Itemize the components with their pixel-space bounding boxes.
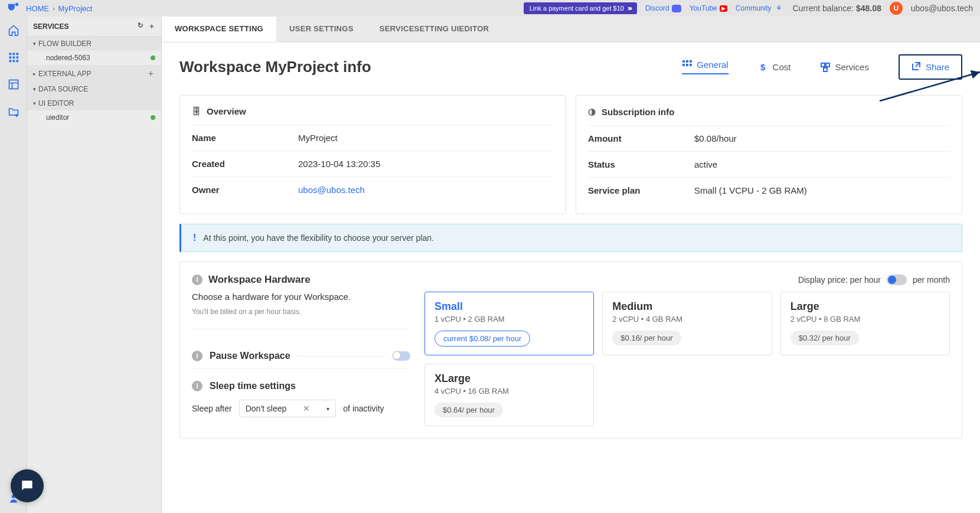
status-dot-icon [151, 115, 155, 120]
user-avatar[interactable]: U [890, 2, 903, 15]
info-icon: ! [193, 233, 196, 243]
group-external-app[interactable]: ▸EXTERNAL APP＋ [27, 65, 161, 82]
promo-badge[interactable]: Link a payment card and get $10 ››› [524, 2, 637, 14]
share-button[interactable]: Share [899, 54, 962, 80]
sidebar-title: SERVICES [33, 22, 68, 31]
status-dot-icon [151, 55, 155, 60]
folder-add-icon[interactable] [7, 105, 20, 118]
tab-workspace-setting[interactable]: WORKSPACE SETTING [162, 17, 276, 42]
info-banner: ! At this point, you have the flexibilit… [179, 224, 962, 252]
svg-point-0 [15, 3, 19, 6]
group-ui-editor[interactable]: ▾UI EDITOR [27, 96, 161, 110]
service-nodered[interactable]: nodered-5063 [27, 51, 161, 65]
hardware-desc: Choose a hardware for your Workspace. [192, 292, 410, 302]
overview-panel: 🗄Overview NameMyProject Created2023-10-0… [179, 95, 566, 214]
chevron-down-icon: ▾ [33, 41, 36, 47]
chevron-down-icon: ▾ [33, 86, 36, 92]
svg-rect-16 [686, 64, 688, 66]
apps-icon[interactable] [7, 51, 20, 64]
logo-icon [7, 2, 20, 15]
svg-rect-8 [12, 60, 15, 63]
plan-xlarge[interactable]: XLarge 4 vCPU • 16 GB RAM $0.64/ per hou… [424, 364, 594, 426]
action-services[interactable]: Services [820, 62, 869, 72]
breadcrumb-project[interactable]: MyProject [58, 4, 93, 13]
refresh-icon[interactable]: ↻ [138, 21, 143, 31]
main-content: WORKSPACE SETTING USER SETTINGS SERVICES… [162, 17, 980, 513]
youtube-icon: ▶ [720, 5, 727, 12]
hardware-panel: i Workspace Hardware Display price: per … [179, 262, 962, 439]
svg-rect-17 [690, 64, 692, 66]
community-icon: ⚘ [773, 3, 784, 14]
svg-rect-20 [824, 68, 827, 71]
page-title: Workspace MyProject info [179, 58, 371, 76]
info-circle-icon: i [192, 381, 202, 391]
svg-rect-1 [9, 53, 11, 55]
service-uieditor[interactable]: uieditor [27, 110, 161, 125]
sleep-select[interactable]: Don't sleep ✕ ▾ [239, 400, 337, 417]
svg-rect-4 [9, 57, 11, 59]
svg-rect-13 [686, 60, 688, 63]
svg-rect-5 [12, 57, 15, 59]
svg-rect-10 [9, 80, 18, 89]
archive-icon: 🗄 [192, 106, 201, 116]
sub-amount: $0.08/hour [694, 133, 737, 143]
external-link-icon [912, 61, 921, 73]
info-circle-icon: i [192, 351, 202, 361]
hardware-title: Workspace Hardware [208, 274, 311, 286]
add-icon[interactable]: ＋ [148, 21, 155, 31]
svg-rect-15 [682, 64, 685, 66]
add-external-icon[interactable]: ＋ [146, 68, 155, 79]
sub-plan: Small (1 VCPU - 2 GB RAM) [694, 185, 807, 195]
group-flow-builder[interactable]: ▾FLOW BUILDER [27, 37, 161, 51]
subscription-panel: ◑Subscription info Amount$0.08/hour Stat… [576, 95, 962, 214]
user-email: ubos@ubos.tech [911, 4, 973, 13]
action-cost[interactable]: $ Cost [758, 62, 791, 72]
svg-rect-9 [16, 60, 18, 63]
overview-name: MyProject [298, 133, 338, 143]
clear-icon[interactable]: ✕ [303, 404, 310, 413]
svg-rect-19 [826, 63, 829, 67]
chevron-right-icon: ▸ [33, 71, 36, 77]
svg-rect-12 [682, 60, 685, 63]
tabs: WORKSPACE SETTING USER SETTINGS SERVICES… [162, 17, 980, 43]
svg-rect-14 [690, 60, 692, 63]
tab-user-settings[interactable]: USER SETTINGS [276, 17, 367, 42]
chevron-down-icon: ▾ [33, 100, 36, 106]
plan-small[interactable]: Small 1 vCPU • 2 GB RAM current $0.08/ p… [424, 292, 594, 355]
chevron-down-icon: ▾ [326, 406, 329, 412]
discord-link[interactable]: Discord [645, 4, 681, 12]
chat-widget[interactable] [11, 469, 44, 502]
tab-servicesetting-uieditor[interactable]: SERVICESETTING UIEDITOR [367, 17, 502, 42]
overview-created: 2023-10-04 13:20:35 [298, 159, 380, 169]
balance-label: Current balance: $48.08 [792, 4, 881, 13]
services-icon [820, 62, 830, 72]
discord-icon [672, 5, 681, 12]
price-period-toggle[interactable] [887, 275, 907, 285]
sub-status: active [694, 159, 717, 169]
action-general[interactable]: General [682, 60, 728, 74]
toggle-icon: ◑ [588, 106, 596, 117]
group-data-source[interactable]: ▾DATA SOURCE [27, 82, 161, 96]
plan-medium[interactable]: Medium 2 vCPU • 4 GB RAM $0.16/ per hour [602, 292, 772, 355]
svg-rect-18 [821, 63, 825, 67]
overview-owner[interactable]: ubos@ubos.tech [298, 185, 365, 195]
home-icon[interactable] [7, 24, 20, 37]
svg-rect-7 [9, 60, 11, 63]
topbar: HOME › MyProject Link a payment card and… [0, 0, 980, 17]
svg-rect-3 [16, 53, 18, 55]
layout-icon[interactable] [7, 78, 20, 91]
iconbar [0, 17, 27, 513]
info-circle-icon: i [192, 275, 202, 285]
hardware-subdesc: You'll be billed on a per hour basis. [192, 308, 410, 329]
community-link[interactable]: Community⚘ [736, 3, 785, 14]
grid-icon [682, 60, 692, 70]
breadcrumb-home[interactable]: HOME [26, 4, 49, 13]
svg-rect-6 [16, 57, 18, 59]
plan-large[interactable]: Large 2 vCPU • 8 GB RAM $0.32/ per hour [780, 292, 950, 355]
pause-workspace-toggle[interactable] [393, 351, 410, 361]
svg-rect-2 [12, 53, 15, 55]
youtube-link[interactable]: YouTube▶ [690, 4, 727, 12]
sidebar: SERVICES ↻ ＋ ▾FLOW BUILDER nodered-5063 … [27, 17, 162, 513]
chevrons-right-icon: ››› [628, 4, 631, 12]
balance-value: $48.08 [856, 4, 881, 13]
